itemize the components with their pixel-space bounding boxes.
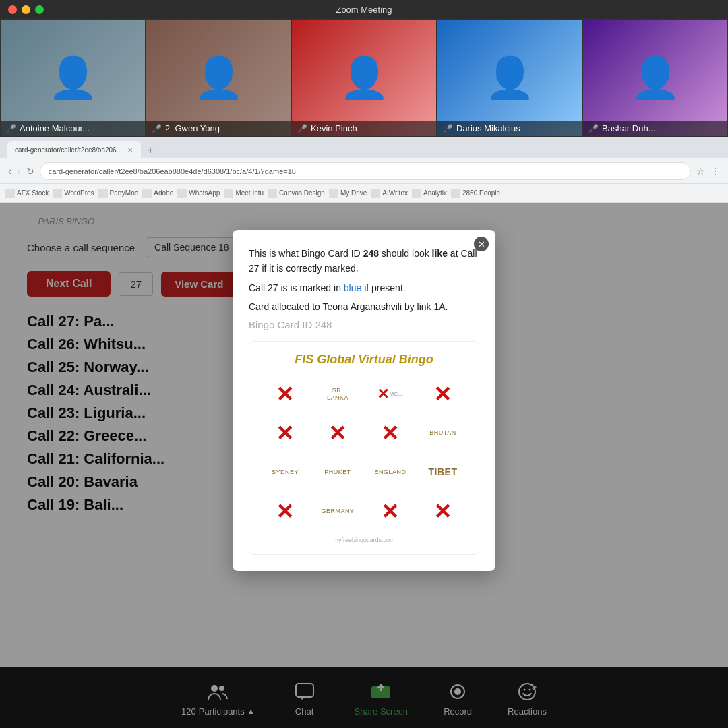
video-bg-5: 👤: [583, 20, 727, 136]
participant-name-2: 2_Gwen Yong: [165, 123, 220, 133]
new-tab-button[interactable]: +: [142, 142, 158, 158]
extensions-icon[interactable]: ⋮: [710, 166, 720, 177]
mic-icon-2: 🎤: [152, 124, 162, 133]
video-bg-4: 👤: [437, 20, 582, 136]
bingo-cell-6: ✕: [365, 415, 415, 452]
bookmark-item-10[interactable]: Analytix: [412, 189, 447, 198]
video-label-1: 🎤 Antoine Malcour...: [1, 121, 145, 136]
bookmark-item-6[interactable]: Meet Intu: [224, 189, 264, 198]
participant-name-1: Antoine Malcour...: [20, 123, 90, 133]
bingo-card-title: FIS Global Virtual Bingo: [260, 353, 468, 367]
modal-desc-1: This is what Bingo Card ID 248 should lo…: [249, 246, 479, 276]
bookmark-item-8[interactable]: My Drive: [329, 189, 367, 198]
modal-like-text: like: [432, 248, 448, 259]
bingo-grid: ✕ SRILANKA ✕ MC... ✕ ✕ ✕ ✕ BHUTAN: [260, 376, 468, 530]
bingo-cell-11: TIBET: [418, 454, 468, 491]
cell-label-9: PHUKET: [324, 468, 351, 476]
bookmark-item-3[interactable]: PartyMoo: [98, 189, 139, 198]
bookmark-item-5[interactable]: WhatsApp: [177, 189, 220, 198]
cross-mark-0: ✕: [276, 384, 295, 405]
reload-button[interactable]: ↻: [26, 166, 34, 177]
video-tile-4[interactable]: 👤 🎤 Darius Mikalcius: [437, 19, 582, 137]
mic-icon-1: 🎤: [6, 124, 16, 133]
video-label-2: 🎤 2_Gwen Yong: [146, 121, 291, 136]
cell-label-1: SRILANKA: [327, 387, 348, 402]
forward-button[interactable]: ›: [17, 165, 20, 177]
window-title: Zoom Meeting: [336, 5, 392, 15]
cell-label-7: BHUTAN: [429, 429, 456, 437]
modal-desc-2: Call 27 is is marked in blue if present.: [249, 280, 479, 295]
modal-blue-text: blue: [344, 282, 361, 293]
close-window-button[interactable]: [8, 5, 17, 14]
cross-mark-2: ✕: [377, 387, 390, 402]
bingo-cell-15: ✕: [418, 493, 468, 530]
cross-mark-15: ✕: [433, 501, 452, 522]
video-label-5: 🎤 Bashar Duh...: [583, 121, 727, 136]
modal-card-id-label: Bingo Card ID 248: [249, 319, 479, 330]
bingo-cell-8: SYDNEY: [260, 454, 310, 491]
url-text: card-generator/caller/t2ee8/ba206eab880e…: [49, 167, 296, 175]
bingo-cell-0: ✕: [260, 376, 310, 413]
bingo-cell-5: ✕: [313, 415, 363, 452]
video-tile-3[interactable]: 👤 🎤 Kevin Pinch: [291, 19, 437, 137]
bingo-card-preview: FIS Global Virtual Bingo ✕ SRILANKA ✕ MC…: [249, 341, 479, 555]
bookmark-item-9[interactable]: AIWritex: [371, 189, 408, 198]
participant-name-3: Kevin Pinch: [311, 123, 357, 133]
video-tile-5[interactable]: 👤 🎤 Bashar Duh...: [582, 19, 728, 137]
maximize-window-button[interactable]: [35, 5, 44, 14]
bingo-card-modal: ✕ This is what Bingo Card ID 248 should …: [233, 230, 495, 571]
bookmark-item-11[interactable]: 2850 People: [451, 189, 500, 198]
cell-label-10: ENGLAND: [374, 468, 406, 476]
cross-mark-4: ✕: [276, 423, 295, 444]
cross-mark-14: ✕: [381, 501, 400, 522]
cross-mark-3: ✕: [433, 384, 452, 405]
cell-label-11: TIBET: [429, 466, 458, 478]
modal-card-id-inline: 248: [363, 248, 379, 259]
bingo-cell-12: ✕: [260, 493, 310, 530]
browser-tab-label: card-generator/caller/t2ee8/ba206...: [15, 146, 122, 154]
bingo-cell-13: GERMANY: [313, 493, 363, 530]
bookmark-item-7[interactable]: Canvas Design: [268, 189, 325, 198]
cross-mark-12: ✕: [276, 501, 295, 522]
mic-icon-4: 🎤: [443, 124, 453, 133]
bookmarks-bar: AFX Stock WordPres PartyMoo Adobe WhatsA…: [0, 184, 728, 203]
cell-label-13: GERMANY: [321, 508, 354, 515]
url-bar[interactable]: card-generator/caller/t2ee8/ba206eab880e…: [40, 162, 691, 180]
bookmark-item-2[interactable]: WordPres: [53, 189, 94, 198]
mic-icon-3: 🎤: [297, 124, 307, 133]
video-strip: 👤 🎤 Antoine Malcour... 👤 🎤 2_Gwen Yong 👤…: [0, 19, 728, 137]
bookmark-item-1[interactable]: AFX Stock: [5, 189, 49, 198]
minimize-window-button[interactable]: [22, 5, 30, 14]
tab-close-icon[interactable]: ✕: [127, 146, 133, 154]
cross-mark-6: ✕: [381, 423, 400, 444]
mic-icon-5: 🎤: [588, 124, 599, 133]
window-controls[interactable]: [8, 5, 44, 14]
bingo-cell-10: ENGLAND: [365, 454, 415, 491]
browser-tabs-bar: card-generator/caller/t2ee8/ba206... ✕ +: [0, 137, 728, 158]
bingo-cell-14: ✕: [365, 493, 415, 530]
participant-name-4: Darius Mikalcius: [456, 123, 520, 133]
cross-mark-5: ✕: [328, 423, 347, 444]
modal-desc-3: Card allocated to Teona Arganashvili by …: [249, 299, 479, 314]
bingo-cell-7: BHUTAN: [418, 415, 468, 452]
modal-overlay[interactable]: ✕ This is what Bingo Card ID 248 should …: [0, 203, 728, 728]
app-window: Zoom Meeting 👤 🎤 Antoine Malcour... 👤 🎤 …: [0, 0, 728, 728]
back-button[interactable]: ‹: [8, 165, 11, 177]
video-bg-1: 👤: [1, 20, 145, 136]
page-content: — PARIS BINGO — Choose a call sequence C…: [0, 203, 728, 728]
address-bar-row: ‹ › ↻ card-generator/caller/t2ee8/ba206e…: [0, 158, 728, 184]
cell-label-8: SYDNEY: [272, 468, 299, 476]
modal-close-button[interactable]: ✕: [474, 237, 489, 251]
browser-window: card-generator/caller/t2ee8/ba206... ✕ +…: [0, 137, 728, 728]
bingo-cell-1: SRILANKA: [313, 376, 363, 413]
bookmark-item-4[interactable]: Adobe: [142, 189, 173, 198]
cell-label-2: MC...: [389, 391, 404, 398]
bingo-cell-3: ✕: [418, 376, 468, 413]
video-bg-3: 👤: [292, 20, 436, 136]
bookmark-star-icon[interactable]: ☆: [696, 166, 705, 177]
browser-tab-active[interactable]: card-generator/caller/t2ee8/ba206... ✕: [7, 141, 141, 158]
video-bg-2: 👤: [146, 20, 291, 136]
video-label-4: 🎤 Darius Mikalcius: [437, 121, 582, 136]
video-tile-1[interactable]: 👤 🎤 Antoine Malcour...: [0, 19, 146, 137]
video-tile-2[interactable]: 👤 🎤 2_Gwen Yong: [146, 19, 291, 137]
